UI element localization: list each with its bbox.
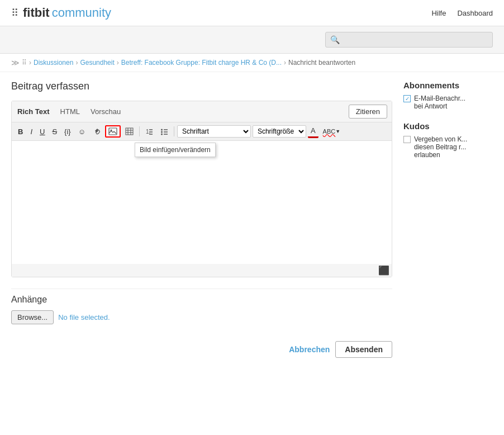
toolbar-divider-1	[139, 126, 140, 136]
breadcrumb: ≫ ⠿ › Diskussionen › Gesundheit › Betref…	[0, 54, 504, 72]
file-input-row: Browse... No file selected.	[11, 310, 392, 324]
svg-point-13	[161, 134, 163, 135]
insert-table-button[interactable]	[122, 126, 136, 137]
logo-community-text: community	[52, 6, 111, 20]
logo-fitbit-text: fitbit	[23, 6, 50, 20]
sidebar-kudos: Kudos Vergeben von K...diesen Beitrag r.…	[403, 121, 493, 159]
content-area: Beitrag verfassen Rich Text HTML Vorscha…	[11, 81, 392, 358]
abonnements-label: E-Mail-Benachr...bei Antwort	[414, 94, 465, 110]
spellcheck-button[interactable]: ABC ▼	[320, 126, 344, 136]
insert-image-button[interactable]	[105, 125, 121, 138]
abonnements-checkbox[interactable]	[403, 95, 411, 102]
attachments-section: Anhänge Browse... No file selected.	[11, 289, 392, 330]
breadcrumb-sep-4: ›	[284, 59, 286, 67]
kudos-title: Kudos	[403, 121, 493, 131]
unordered-list-icon	[160, 127, 168, 135]
editor-wrapper: Rich Text HTML Vorschau Zitieren B I U S…	[11, 101, 392, 277]
svg-rect-0	[109, 128, 117, 135]
svg-point-11	[161, 129, 163, 131]
bottom-actions: Abbrechen Absenden	[11, 341, 392, 358]
breadcrumb-gesundheit[interactable]: Gesundheit	[80, 59, 114, 67]
toolbar-divider-2	[174, 126, 174, 136]
file-status: No file selected.	[58, 313, 110, 321]
editor-tabs: Rich Text HTML Vorschau	[16, 106, 122, 117]
image-tooltip: Bild einfügen/verändern	[135, 143, 216, 157]
ordered-list-icon: 1.	[145, 127, 153, 135]
abonnements-title: Abonnements	[403, 81, 493, 90]
breadcrumb-dots-icon: ⠿	[22, 59, 27, 67]
browse-button[interactable]: Browse...	[11, 310, 54, 324]
sidebar: Abonnements E-Mail-Benachr...bei Antwort…	[403, 81, 493, 358]
toolbar: B I U S {i} ☺	[12, 122, 392, 141]
kudos-checkbox[interactable]	[403, 136, 411, 143]
breadcrumb-betreff[interactable]: Betreff: Facebook Gruppe: Fitbit charge …	[121, 59, 282, 67]
editor-tabs-row: Rich Text HTML Vorschau Zitieren	[12, 101, 392, 122]
link-icon	[93, 127, 101, 135]
bold-button[interactable]: B	[15, 126, 26, 138]
editor-text-area[interactable]	[12, 141, 392, 264]
page-title: Beitrag verfassen	[11, 81, 392, 92]
tab-html[interactable]: HTML	[59, 106, 81, 117]
kudos-item: Vergeben von K...diesen Beitrag r...erla…	[403, 135, 493, 159]
tab-vorschau[interactable]: Vorschau	[89, 106, 122, 117]
tab-rich-text[interactable]: Rich Text	[16, 106, 51, 117]
font-family-select[interactable]: Schriftart Arial Times New Roman Courier	[177, 125, 251, 138]
unordered-list-button[interactable]	[158, 126, 171, 137]
svg-rect-2	[126, 128, 133, 135]
logo-dots-icon: ⠿	[11, 7, 18, 19]
header-nav: Hilfe Dashboard	[431, 9, 493, 17]
ordered-list-button[interactable]: 1.	[142, 126, 156, 137]
breadcrumb-sep-2: ›	[75, 59, 78, 67]
table-icon	[125, 127, 134, 135]
link-button[interactable]	[90, 126, 103, 137]
breadcrumb-collapse-icon[interactable]: ≫	[11, 58, 20, 67]
image-icon	[108, 127, 117, 135]
emoji-button[interactable]: ☺	[75, 126, 88, 138]
nav-dashboard-link[interactable]: Dashboard	[457, 9, 493, 17]
breadcrumb-current: Nachricht beantworten	[288, 59, 355, 67]
main-container: Beitrag verfassen Rich Text HTML Vorscha…	[0, 72, 504, 366]
kudos-label: Vergeben von K...diesen Beitrag r...erla…	[414, 135, 467, 159]
header: ⠿ fitbit community Hilfe Dashboard	[0, 0, 504, 26]
breadcrumb-sep-3: ›	[117, 59, 119, 67]
underline-button[interactable]: U	[37, 126, 47, 138]
abonnements-item: E-Mail-Benachr...bei Antwort	[403, 94, 493, 110]
font-color-button[interactable]: A	[308, 125, 318, 138]
sidebar-abonnements: Abonnements E-Mail-Benachr...bei Antwort	[403, 81, 493, 110]
search-bar[interactable]: 🔍	[325, 32, 493, 48]
search-bar-container: 🔍	[0, 26, 504, 54]
resize-icon[interactable]: ⬛	[378, 265, 389, 276]
breadcrumb-sep-1: ›	[29, 59, 31, 67]
svg-point-12	[161, 131, 163, 133]
strikethrough-button[interactable]: S	[49, 126, 60, 138]
italic-button[interactable]: I	[27, 126, 35, 138]
resize-handle: ⬛	[12, 264, 392, 277]
nav-hilfe-link[interactable]: Hilfe	[431, 9, 446, 17]
absenden-button[interactable]: Absenden	[335, 341, 392, 358]
abbrechen-button[interactable]: Abbrechen	[289, 341, 330, 358]
search-icon: 🔍	[330, 35, 340, 44]
logo: ⠿ fitbit community	[11, 6, 111, 20]
breadcrumb-diskussionen[interactable]: Diskussionen	[34, 59, 73, 67]
attachments-title: Anhänge	[11, 295, 392, 305]
zitieren-button[interactable]: Zitieren	[349, 105, 387, 119]
code-button[interactable]: {i}	[61, 126, 74, 138]
font-size-select[interactable]: Schriftgröße 8 10 12 14 16 18 24 36	[253, 125, 306, 138]
